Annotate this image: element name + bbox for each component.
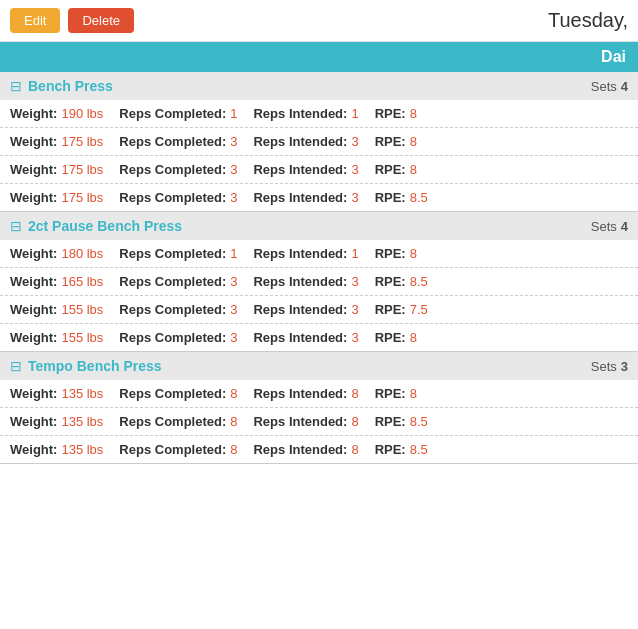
reps-completed-value: 3	[230, 134, 237, 149]
reps-completed-value: 8	[230, 386, 237, 401]
reps-intended-group: Reps Intended: 3	[253, 274, 358, 289]
weight-value: 135 lbs	[61, 442, 103, 457]
rpe-label: RPE:	[375, 274, 406, 289]
exercise-name-0: Bench Press	[28, 78, 591, 94]
exercise-name-2: Tempo Bench Press	[28, 358, 591, 374]
exercise-name-1: 2ct Pause Bench Press	[28, 218, 591, 234]
weight-value: 175 lbs	[61, 162, 103, 177]
exercise-block-0: ⊟Bench PressSets 4Weight: 190 lbsReps Co…	[0, 72, 638, 212]
rpe-label: RPE:	[375, 162, 406, 177]
reps-completed-label: Reps Completed:	[119, 190, 226, 205]
weight-label: Weight:	[10, 274, 57, 289]
reps-intended-value: 3	[351, 274, 358, 289]
weight-value: 135 lbs	[61, 386, 103, 401]
set-row: Weight: 155 lbsReps Completed: 3Reps Int…	[0, 296, 638, 324]
reps-completed-group: Reps Completed: 3	[119, 134, 237, 149]
reps-intended-value: 3	[351, 330, 358, 345]
reps-completed-value: 3	[230, 190, 237, 205]
set-row: Weight: 165 lbsReps Completed: 3Reps Int…	[0, 268, 638, 296]
rpe-group: RPE: 8.5	[375, 274, 428, 289]
rpe-value: 8	[410, 386, 417, 401]
reps-completed-group: Reps Completed: 3	[119, 274, 237, 289]
rpe-value: 8	[410, 330, 417, 345]
rpe-group: RPE: 8	[375, 330, 417, 345]
weight-label: Weight:	[10, 386, 57, 401]
rpe-value: 8.5	[410, 190, 428, 205]
set-row: Weight: 135 lbsReps Completed: 8Reps Int…	[0, 380, 638, 408]
reps-intended-value: 8	[351, 386, 358, 401]
reps-intended-group: Reps Intended: 1	[253, 106, 358, 121]
reps-intended-label: Reps Intended:	[253, 330, 347, 345]
exercise-title-row-1: ⊟2ct Pause Bench PressSets 4	[0, 212, 638, 240]
exercise-block-1: ⊟2ct Pause Bench PressSets 4Weight: 180 …	[0, 212, 638, 352]
reps-intended-group: Reps Intended: 8	[253, 386, 358, 401]
weight-group: Weight: 165 lbs	[10, 274, 103, 289]
reps-intended-group: Reps Intended: 3	[253, 190, 358, 205]
reps-intended-label: Reps Intended:	[253, 134, 347, 149]
rpe-value: 8	[410, 106, 417, 121]
sets-value-2: 3	[621, 359, 628, 374]
rpe-label: RPE:	[375, 442, 406, 457]
top-bar: Edit Delete Tuesday,	[0, 0, 638, 42]
rpe-label: RPE:	[375, 246, 406, 261]
weight-group: Weight: 135 lbs	[10, 442, 103, 457]
sets-label-2: Sets	[591, 359, 617, 374]
reps-intended-label: Reps Intended:	[253, 274, 347, 289]
reps-intended-value: 8	[351, 414, 358, 429]
collapse-icon-2[interactable]: ⊟	[10, 358, 22, 374]
exercise-block-2: ⊟Tempo Bench PressSets 3Weight: 135 lbsR…	[0, 352, 638, 464]
weight-label: Weight:	[10, 134, 57, 149]
reps-completed-value: 3	[230, 302, 237, 317]
exercise-title-row-0: ⊟Bench PressSets 4	[0, 72, 638, 100]
set-row: Weight: 175 lbsReps Completed: 3Reps Int…	[0, 156, 638, 184]
set-row: Weight: 190 lbsReps Completed: 1Reps Int…	[0, 100, 638, 128]
edit-button[interactable]: Edit	[10, 8, 60, 33]
rpe-group: RPE: 8.5	[375, 190, 428, 205]
weight-value: 175 lbs	[61, 134, 103, 149]
weight-value: 155 lbs	[61, 302, 103, 317]
weight-label: Weight:	[10, 414, 57, 429]
reps-intended-label: Reps Intended:	[253, 190, 347, 205]
weight-group: Weight: 175 lbs	[10, 190, 103, 205]
reps-intended-value: 1	[351, 246, 358, 261]
reps-intended-label: Reps Intended:	[253, 442, 347, 457]
reps-completed-group: Reps Completed: 1	[119, 106, 237, 121]
weight-value: 175 lbs	[61, 190, 103, 205]
rpe-label: RPE:	[375, 330, 406, 345]
rpe-label: RPE:	[375, 190, 406, 205]
reps-intended-group: Reps Intended: 3	[253, 302, 358, 317]
reps-intended-label: Reps Intended:	[253, 302, 347, 317]
set-row: Weight: 175 lbsReps Completed: 3Reps Int…	[0, 184, 638, 211]
reps-intended-group: Reps Intended: 3	[253, 162, 358, 177]
rpe-value: 8.5	[410, 274, 428, 289]
weight-value: 180 lbs	[61, 246, 103, 261]
rpe-group: RPE: 7.5	[375, 302, 428, 317]
reps-completed-value: 1	[230, 106, 237, 121]
weight-label: Weight:	[10, 162, 57, 177]
reps-intended-group: Reps Intended: 1	[253, 246, 358, 261]
weight-label: Weight:	[10, 330, 57, 345]
weight-value: 155 lbs	[61, 330, 103, 345]
delete-button[interactable]: Delete	[68, 8, 134, 33]
rpe-label: RPE:	[375, 134, 406, 149]
collapse-icon-0[interactable]: ⊟	[10, 78, 22, 94]
rpe-group: RPE: 8.5	[375, 414, 428, 429]
sets-value-1: 4	[621, 219, 628, 234]
reps-intended-value: 1	[351, 106, 358, 121]
weight-group: Weight: 135 lbs	[10, 414, 103, 429]
weight-group: Weight: 155 lbs	[10, 330, 103, 345]
rpe-value: 8.5	[410, 442, 428, 457]
reps-completed-group: Reps Completed: 8	[119, 442, 237, 457]
set-row: Weight: 135 lbsReps Completed: 8Reps Int…	[0, 436, 638, 463]
rpe-label: RPE:	[375, 302, 406, 317]
rpe-label: RPE:	[375, 386, 406, 401]
collapse-icon-1[interactable]: ⊟	[10, 218, 22, 234]
set-row: Weight: 175 lbsReps Completed: 3Reps Int…	[0, 128, 638, 156]
reps-intended-group: Reps Intended: 8	[253, 414, 358, 429]
reps-intended-group: Reps Intended: 8	[253, 442, 358, 457]
reps-intended-label: Reps Intended:	[253, 246, 347, 261]
reps-completed-group: Reps Completed: 3	[119, 190, 237, 205]
reps-completed-group: Reps Completed: 1	[119, 246, 237, 261]
section-header: Dai	[0, 42, 638, 72]
rpe-group: RPE: 8	[375, 386, 417, 401]
